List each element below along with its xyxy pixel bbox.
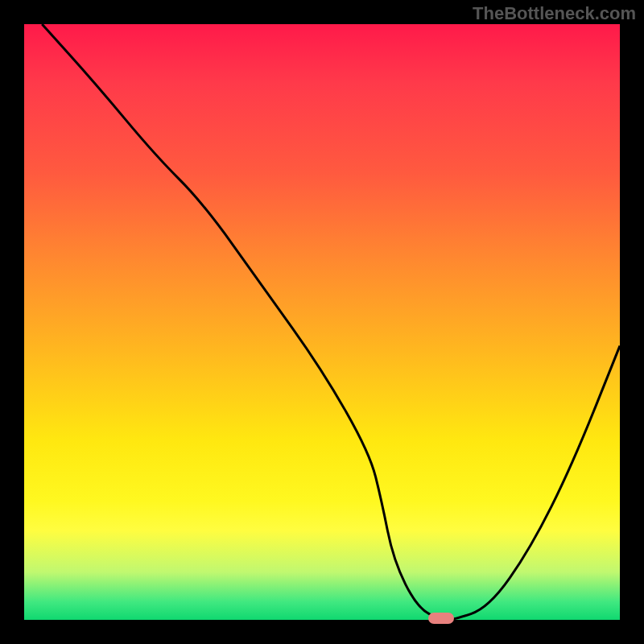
chart-curve <box>24 24 620 620</box>
curve-line <box>42 24 620 620</box>
watermark-text: TheBottleneck.com <box>473 3 636 24</box>
chart-plot-area <box>24 24 620 620</box>
optimal-marker <box>428 613 454 624</box>
